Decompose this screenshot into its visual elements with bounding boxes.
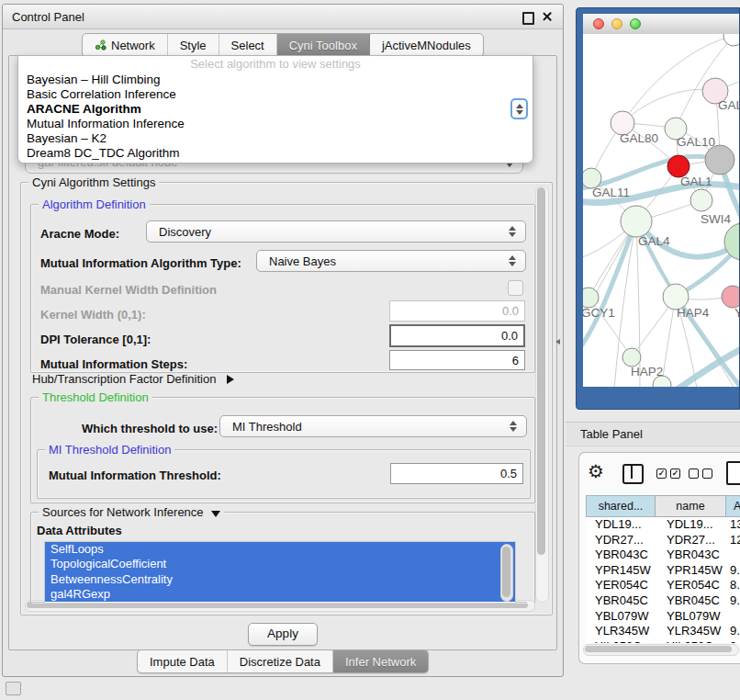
- gear-icon[interactable]: ⚙: [588, 460, 604, 482]
- mi-threshold-field[interactable]: 0.5: [390, 463, 523, 484]
- node-label-hap2: HAP2: [631, 365, 663, 378]
- network-view-window: GAL GAL80 GAL10 GAL1 GAL11 SWI4 GAL4 GCY…: [576, 7, 740, 410]
- which-threshold-label: Which threshold to use:: [82, 422, 218, 435]
- node-partial-top[interactable]: [723, 34, 739, 46]
- manual-kernel-checkbox[interactable]: [508, 280, 523, 296]
- control-panel-tabbar: Network Style Select Cyni Toolbox jActiv…: [82, 33, 484, 57]
- cell-name: YBR045C: [656, 593, 725, 609]
- which-threshold-combobox[interactable]: MI Threshold: [219, 415, 527, 437]
- algorithm-combobox-button[interactable]: [510, 98, 528, 119]
- data-attributes-list: SelfLoops TopologicalCoefficient Between…: [44, 541, 516, 604]
- tab-discretize-data[interactable]: Discretize Data: [228, 650, 333, 672]
- column-header-partial[interactable]: A: [725, 495, 740, 517]
- hub-definition-section[interactable]: Hub/Transcription Factor Definition: [32, 372, 234, 386]
- node-y-partial[interactable]: [722, 286, 739, 308]
- table-row[interactable]: YBL079W YBL079W: [586, 609, 740, 625]
- close-traffic-light-icon[interactable]: [593, 18, 604, 29]
- network-graph: GAL GAL80 GAL10 GAL1 GAL11 SWI4 GAL4 GCY…: [583, 34, 739, 387]
- columns-icon[interactable]: [622, 464, 644, 484]
- popup-item-bayesian-hill-climbing[interactable]: Bayesian – Hill Climbing: [18, 73, 533, 87]
- select-all-icon[interactable]: ✓ ✓: [656, 469, 680, 479]
- table-row[interactable]: YER054C YER054C 8.: [586, 578, 740, 593]
- popup-item-aracne[interactable]: ARACNE Algorithm: [18, 102, 533, 117]
- settings-vertical-scrollbar-thumb[interactable]: [537, 187, 545, 555]
- cell-shared-name: YBL079W: [586, 609, 656, 625]
- settings-vertical-scrollbar[interactable]: [535, 186, 549, 603]
- kernel-width-label: Kernel Width (0,1):: [40, 308, 146, 322]
- popup-item-mutual-information[interactable]: Mutual Information Inference: [18, 117, 533, 131]
- attributes-scrollbar-thumb[interactable]: [502, 547, 510, 597]
- attributes-scrollbar[interactable]: [500, 544, 513, 602]
- table-panel-card: ⚙ ✓ ✓ shared... name A YDL19... YDL19...…: [578, 452, 740, 664]
- mi-type-combobox[interactable]: Naive Bayes: [256, 250, 526, 272]
- dpi-tolerance-field[interactable]: 0.0: [389, 324, 525, 347]
- network-canvas[interactable]: GAL GAL80 GAL10 GAL1 GAL11 SWI4 GAL4 GCY…: [583, 34, 739, 387]
- list-item-gal4rgexp[interactable]: gal4RGexp: [45, 587, 515, 602]
- splitter-arrow-icon[interactable]: [555, 339, 560, 344]
- file-icon[interactable]: [726, 461, 740, 485]
- table-row[interactable]: YBR045C YBR045C 9.: [586, 593, 740, 609]
- deselect-all-icon[interactable]: [689, 469, 712, 479]
- minimize-traffic-light-icon[interactable]: [611, 18, 622, 29]
- popup-item-bayesian-k2[interactable]: Bayesian – K2: [18, 131, 533, 146]
- cell-value: 13: [725, 517, 740, 533]
- table-row[interactable]: YIL052C YIL052C 9.: [586, 639, 740, 643]
- expanded-arrow-icon[interactable]: [211, 511, 220, 517]
- control-panel-titlebar: Control Panel: [3, 5, 563, 29]
- list-item-betweennesscentrality[interactable]: BetweennessCentrality: [45, 572, 515, 587]
- mi-steps-field[interactable]: 6: [389, 350, 525, 370]
- cell-value: 9.: [725, 593, 740, 609]
- network-icon: [95, 40, 107, 51]
- tab-cyni-toolbox[interactable]: Cyni Toolbox: [277, 34, 370, 56]
- tab-jactivemnodules[interactable]: jActiveMNodules: [370, 34, 483, 56]
- node-swi4[interactable]: [690, 189, 712, 211]
- node-hap2[interactable]: [622, 348, 641, 367]
- tab-select[interactable]: Select: [219, 34, 277, 56]
- column-header-name[interactable]: name: [655, 495, 726, 517]
- node-partial-right[interactable]: [724, 223, 739, 260]
- tab-infer-network[interactable]: Infer Network: [333, 650, 428, 672]
- table-row[interactable]: YPR145W YPR145W 9.: [586, 563, 740, 579]
- cell-name: YBR043C: [656, 548, 725, 563]
- cell-name: YBL079W: [656, 609, 725, 625]
- node-label-gal-partial: GAL: [718, 98, 739, 112]
- list-item-topologicalcoefficient[interactable]: TopologicalCoefficient: [45, 557, 515, 571]
- column-header-shared-name[interactable]: shared...: [586, 495, 656, 517]
- close-icon[interactable]: [542, 11, 553, 22]
- node-label-gal80: GAL80: [620, 131, 658, 145]
- unchecked-box-icon: [702, 469, 712, 479]
- table-row[interactable]: YBR043C YBR043C: [586, 548, 740, 563]
- table-row[interactable]: YLR345W YLR345W 9.: [586, 624, 740, 639]
- cell-name: YDL19...: [656, 517, 725, 533]
- table-row[interactable]: YDL19... YDL19... 13: [586, 517, 740, 533]
- collapsed-arrow-icon[interactable]: [227, 375, 234, 384]
- network-window-titlebar[interactable]: [583, 14, 739, 35]
- combobox-arrows-icon: [516, 104, 524, 115]
- table-horizontal-scrollbar-thumb[interactable]: [585, 646, 732, 652]
- network-nodes: [583, 34, 739, 387]
- list-item-selfloops[interactable]: SelfLoops: [45, 542, 515, 557]
- zoom-traffic-light-icon[interactable]: [630, 18, 641, 29]
- table-row[interactable]: YDR27... YDR27... 12: [586, 533, 740, 548]
- tab-impute-data[interactable]: Impute Data: [138, 650, 228, 672]
- aracne-mode-combobox[interactable]: Discovery: [146, 220, 526, 243]
- popup-item-dream8[interactable]: Dream8 DC_TDC Algorithm: [18, 146, 533, 161]
- minimized-panel-icon[interactable]: [6, 682, 21, 695]
- cell-value: [725, 609, 740, 625]
- node-gcy1[interactable]: [583, 288, 599, 308]
- apply-button[interactable]: Apply: [248, 623, 318, 646]
- aracne-mode-label: Aracne Mode:: [40, 227, 119, 241]
- kernel-width-field[interactable]: 0.0: [389, 300, 525, 322]
- table-horizontal-scrollbar[interactable]: [583, 644, 739, 656]
- tab-network[interactable]: Network: [83, 34, 168, 56]
- node-label-swi4: SWI4: [701, 212, 731, 226]
- settings-group-title: Cyni Algorithm Settings: [28, 175, 159, 189]
- algorithm-placeholder: Select algorithm to view settings: [18, 56, 533, 73]
- node-gray[interactable]: [705, 145, 734, 175]
- node-gal4[interactable]: [621, 206, 652, 237]
- float-icon[interactable]: [522, 12, 534, 25]
- node-label-y-partial: Y: [734, 306, 739, 320]
- tab-style[interactable]: Style: [168, 34, 219, 56]
- tab-label: Network: [111, 35, 155, 56]
- popup-item-basic-correlation[interactable]: Basic Correlation Inference: [18, 87, 533, 102]
